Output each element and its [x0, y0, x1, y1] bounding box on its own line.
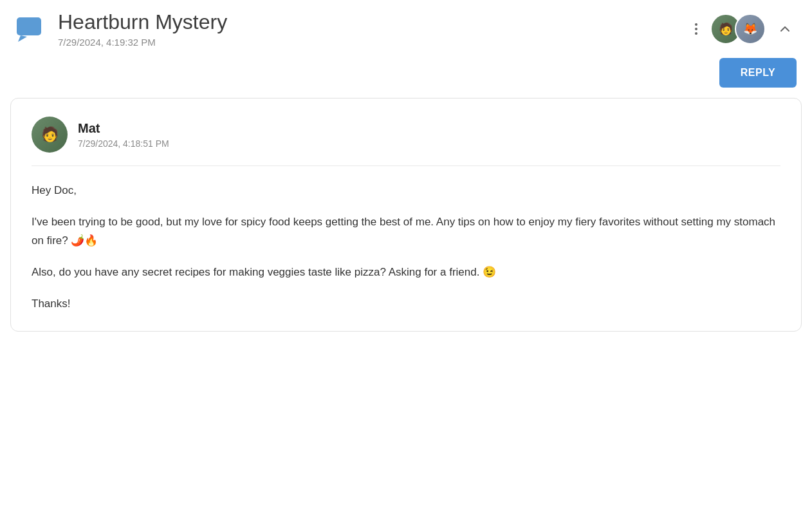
- participants-avatars: 🧑 🦊: [710, 14, 766, 44]
- more-options-button[interactable]: [690, 18, 703, 40]
- message-greeting: Hey Doc,: [32, 182, 780, 200]
- thread-timestamp: 7/29/2024, 4:19:32 PM: [58, 37, 227, 48]
- sender-avatar: 🧑: [32, 117, 68, 153]
- thread-title: Heartburn Mystery: [58, 10, 227, 34]
- header-right: 🧑 🦊: [690, 14, 797, 44]
- message-line1: I've been trying to be good, but my love…: [32, 213, 780, 250]
- reply-button[interactable]: REPLY: [719, 58, 797, 88]
- message-line3: Thanks!: [32, 295, 780, 314]
- header-left: Heartburn Mystery 7/29/2024, 4:19:32 PM: [13, 10, 227, 48]
- sender-emoji: 🧑: [41, 126, 59, 143]
- sender-info: Mat 7/29/2024, 4:18:51 PM: [78, 121, 169, 149]
- sender-timestamp: 7/29/2024, 4:18:51 PM: [78, 138, 169, 149]
- collapse-button[interactable]: [773, 17, 797, 41]
- chat-bubble-icon: [15, 15, 44, 43]
- message-divider: [32, 165, 780, 166]
- message-card: 🧑 Mat 7/29/2024, 4:18:51 PM Hey Doc, I'v…: [10, 98, 802, 332]
- user2-emoji: 🦊: [743, 22, 757, 36]
- message-header: 🧑 Mat 7/29/2024, 4:18:51 PM: [32, 117, 780, 153]
- sender-name: Mat: [78, 121, 169, 136]
- chevron-up-icon: [779, 23, 791, 35]
- header-text: Heartburn Mystery 7/29/2024, 4:19:32 PM: [58, 10, 227, 48]
- chat-icon-wrapper: [13, 12, 46, 46]
- svg-rect-0: [17, 17, 41, 35]
- svg-marker-1: [18, 35, 27, 42]
- more-dots-icon: [695, 23, 697, 35]
- reply-section: REPLY: [0, 58, 812, 98]
- message-line2: Also, do you have any secret recipes for…: [32, 263, 780, 282]
- avatar-user2: 🦊: [735, 14, 766, 44]
- message-body: Hey Doc, I've been trying to be good, bu…: [32, 182, 780, 313]
- user1-emoji: 🧑: [719, 22, 733, 36]
- thread-header: Heartburn Mystery 7/29/2024, 4:19:32 PM …: [0, 0, 812, 58]
